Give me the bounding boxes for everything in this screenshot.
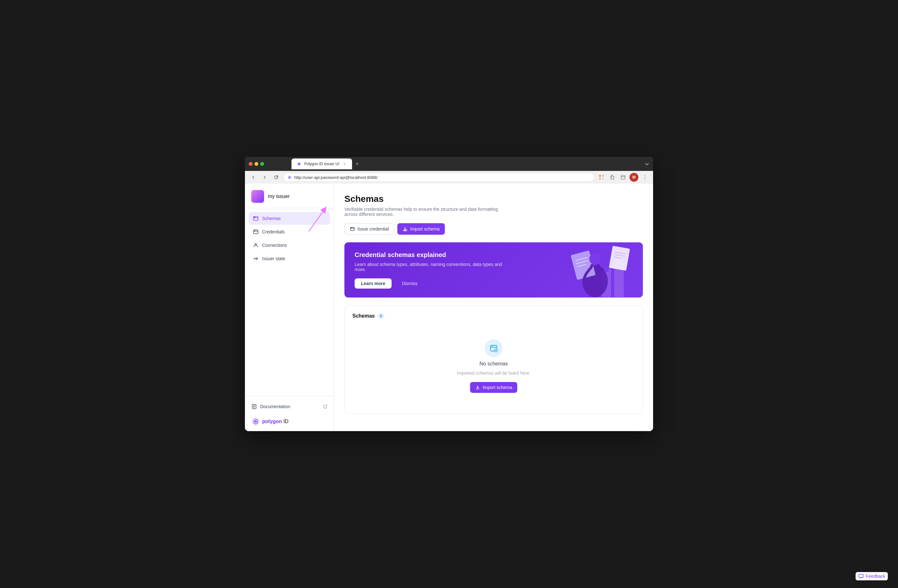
tab-favicon — [297, 162, 302, 166]
new-tab-button[interactable]: + — [353, 159, 361, 168]
schemas-icon — [252, 215, 259, 222]
svg-rect-5 — [599, 178, 601, 180]
sidebar: my issuer Schemas — [245, 184, 334, 431]
extensions-icon[interactable] — [597, 173, 606, 182]
svg-rect-23 — [351, 227, 354, 231]
import-schema-label-empty: Import schema — [483, 385, 512, 390]
tab-close-button[interactable]: × — [342, 162, 347, 166]
puzzle-icon[interactable] — [608, 173, 617, 182]
no-schemas-icon — [489, 344, 498, 352]
page-title: Schemas — [344, 194, 643, 204]
issue-credential-icon — [350, 226, 355, 231]
address-text: http://user-api:password-api@localhost:8… — [294, 175, 378, 180]
import-icon-empty — [475, 385, 480, 390]
section-header: Schemas 0 — [352, 313, 635, 319]
documentation-label: Documentation — [260, 404, 290, 409]
sidebar-item-schemas[interactable]: Schemas — [249, 212, 330, 225]
svg-point-12 — [254, 217, 255, 217]
sidebar-item-connections[interactable]: Connections — [249, 239, 330, 252]
sidebar-bottom: Documentation polygo — [245, 396, 334, 431]
more-options-button[interactable]: ⋮ — [640, 173, 649, 182]
svg-rect-4 — [602, 175, 604, 177]
banner-description: Learn about schema types, attributes, na… — [355, 262, 514, 272]
svg-point-1 — [298, 163, 300, 165]
main-content: Schemas Verifiable credential schemas he… — [334, 184, 653, 431]
import-schema-button-top[interactable]: Import schema — [397, 223, 445, 235]
documentation-link[interactable]: Documentation — [251, 401, 328, 412]
doc-icon — [251, 404, 257, 409]
info-banner: Credential schemas explained Learn about… — [344, 242, 643, 297]
issuer-name: my issuer — [268, 194, 289, 199]
schemas-count-badge: 0 — [377, 314, 384, 319]
forward-button[interactable] — [260, 173, 269, 182]
schemas-section: Schemas 0 No schemas — [344, 305, 643, 414]
sidebar-item-credentials-label: Credentials — [262, 229, 285, 234]
profile-button[interactable]: M — [629, 173, 638, 182]
sidebar-header: my issuer — [245, 184, 334, 208]
import-icon-top — [403, 226, 407, 231]
empty-title: No schemas — [480, 361, 508, 367]
address-lock-icon — [287, 175, 292, 180]
sidebar-nav: Schemas Credentials — [245, 208, 334, 396]
banner-illustration — [547, 242, 643, 297]
action-bar: Issue credential Import schema — [344, 223, 643, 235]
issuer-state-icon — [252, 256, 259, 262]
svg-point-38 — [604, 267, 609, 272]
empty-description: Imported schemas will be listed here. — [457, 371, 530, 376]
sidebar-item-credentials[interactable]: Credentials — [249, 225, 330, 238]
issue-credential-button[interactable]: Issue credential — [344, 223, 394, 235]
external-link-icon — [323, 404, 328, 409]
issue-credential-label: Issue credential — [357, 226, 389, 231]
polygon-logo-icon — [251, 417, 260, 426]
back-button[interactable] — [249, 173, 258, 182]
issuer-avatar — [251, 190, 264, 203]
browser-tab[interactable]: Polygon ID Issuer UI × — [291, 159, 352, 169]
maximize-traffic-light[interactable] — [260, 162, 264, 166]
minimize-traffic-light[interactable] — [254, 162, 258, 166]
section-title: Schemas — [352, 313, 375, 319]
page-description: Verifiable credential schemas help to en… — [344, 206, 510, 217]
tab-label: Polygon ID Issuer UI — [304, 162, 339, 166]
banner-title: Credential schemas explained — [355, 251, 633, 259]
address-bar[interactable]: http://user-api:password-api@localhost:8… — [283, 173, 594, 182]
connections-icon — [252, 242, 259, 248]
learn-more-button[interactable]: Learn more — [355, 279, 392, 289]
svg-rect-3 — [599, 175, 601, 177]
banner-actions: Learn more Dismiss — [355, 279, 633, 289]
dismiss-button[interactable]: Dismiss — [395, 279, 424, 289]
credentials-icon — [252, 229, 259, 235]
empty-state: No schemas Imported schemas will be list… — [352, 326, 635, 406]
polygon-logo-text: polygon ID — [262, 419, 289, 425]
close-traffic-light[interactable] — [249, 162, 252, 166]
svg-point-16 — [255, 244, 257, 245]
sidebar-item-issuer-state-label: Issuer state — [262, 256, 285, 261]
window-icon[interactable] — [619, 173, 627, 182]
window-controls-icon — [645, 162, 649, 166]
sidebar-item-issuer-state[interactable]: Issuer state — [249, 252, 330, 265]
polygon-logo: polygon ID — [251, 417, 328, 426]
import-schema-button-empty[interactable]: Import schema — [470, 382, 518, 393]
svg-point-22 — [255, 420, 257, 422]
empty-action: Import schema — [470, 382, 518, 393]
svg-rect-13 — [254, 230, 258, 234]
sidebar-item-schemas-label: Schemas — [262, 216, 281, 221]
svg-rect-6 — [602, 178, 604, 180]
banner-svg-illustration — [550, 243, 640, 297]
sidebar-item-connections-label: Connections — [262, 243, 287, 248]
reload-button[interactable] — [272, 173, 281, 182]
empty-state-icon — [485, 339, 503, 357]
svg-rect-7 — [621, 175, 625, 179]
import-schema-label-top: Import schema — [410, 226, 440, 231]
